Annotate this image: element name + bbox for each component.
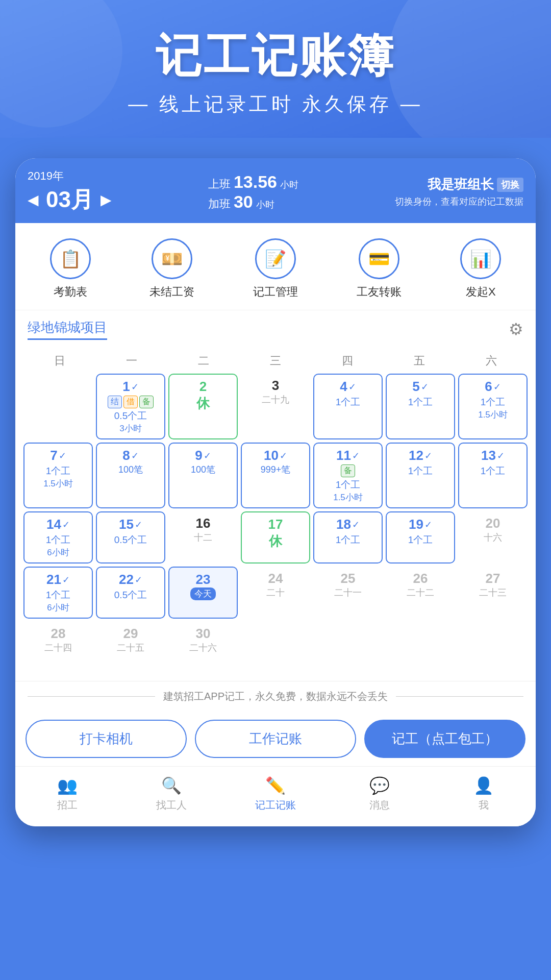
table-row — [23, 374, 93, 439]
table-row[interactable]: 20 十六 — [458, 511, 528, 564]
project-name[interactable]: 绿地锦城项目 — [28, 318, 107, 340]
empty-cell — [386, 622, 455, 673]
work-account-button[interactable]: 工作记账 — [195, 720, 356, 758]
prev-month-button[interactable]: ◀ — [28, 191, 39, 208]
table-row[interactable]: 3 二十九 — [241, 374, 310, 439]
identity-sub: 切换身份，查看对应的记工数据 — [395, 195, 523, 208]
manage-label: 记工管理 — [253, 284, 298, 300]
table-row[interactable]: 6 ✓ 1个工 1.5小时 — [458, 374, 528, 439]
project-bar: 绿地锦城项目 ⚙ — [15, 310, 536, 348]
func-attendance[interactable]: 📋 考勤表 — [50, 238, 91, 300]
work-label: 上班 — [208, 177, 231, 192]
table-row[interactable]: 17 休 — [241, 511, 310, 564]
table-row: 24 二十 — [241, 567, 310, 619]
calendar: 日 一 二 三 四 五 六 1 ✓ 结 借 备 0.5个工 — [15, 348, 536, 681]
table-row[interactable]: 18 ✓ 1个工 — [313, 511, 383, 564]
weekday-tue: 二 — [167, 353, 239, 369]
launch-icon: 📊 — [460, 238, 501, 279]
func-launch[interactable]: 📊 发起X — [460, 238, 501, 300]
table-row[interactable]: 8 ✓ 100笔 — [96, 443, 165, 508]
weekday-wed: 三 — [239, 353, 311, 369]
weekday-thu: 四 — [312, 353, 384, 369]
app-header: 2019年 ◀ 03月 ▶ 上班 13.56 小时 加班 30 小时 — [15, 158, 536, 223]
weekday-mon: 一 — [95, 353, 167, 369]
month-label: 03月 — [46, 185, 93, 215]
settings-icon[interactable]: ⚙ — [509, 320, 523, 339]
table-row[interactable]: 15 ✓ 0.5个工 — [96, 511, 165, 564]
unpaid-icon: 💴 — [152, 238, 192, 279]
identity-area: 我是班组长 切换 切换身份，查看对应的记工数据 — [395, 176, 523, 208]
empty-cell — [241, 622, 310, 673]
table-row[interactable]: 16 十二 — [168, 511, 238, 564]
table-row[interactable]: 28 二十四 — [23, 622, 93, 673]
transfer-icon: 💳 — [359, 238, 399, 279]
table-row[interactable]: 14 ✓ 1个工 6小时 — [23, 511, 93, 564]
weekday-fri: 五 — [384, 353, 456, 369]
profile-icon: 👤 — [473, 776, 494, 795]
message-icon: 💬 — [369, 776, 390, 795]
func-transfer[interactable]: 💳 工友转账 — [357, 238, 402, 300]
weekday-sun: 日 — [23, 353, 95, 369]
year-label: 2019年 — [28, 168, 112, 184]
record-icon: ✏️ — [265, 776, 286, 795]
empty-cell — [313, 622, 383, 673]
ad-text: 建筑招工APP记工，永久免费，数据永远不会丢失 — [163, 690, 388, 703]
unpaid-label: 未结工资 — [149, 284, 194, 300]
bottom-navigation: 👥 招工 🔍 找工人 ✏️ 记工记账 💬 消息 👤 我 — [15, 766, 536, 826]
nav-recruit[interactable]: 👥 招工 — [15, 772, 119, 816]
hero-section: 记工记账簿 — 线上记录工时 永久保存 — — [0, 0, 551, 138]
record-work-button[interactable]: 记工（点工包工） — [364, 720, 525, 758]
table-row[interactable]: 30 二十六 — [168, 622, 238, 673]
table-row[interactable]: 23 今天 — [168, 567, 238, 619]
table-row[interactable]: 7 ✓ 1个工 1.5小时 — [23, 443, 93, 508]
overtime-unit: 小时 — [256, 199, 274, 211]
calendar-grid: 1 ✓ 结 借 备 0.5个工 3小时 2 休 3 二十九 — [23, 374, 528, 673]
attendance-icon: 📋 — [50, 238, 91, 279]
work-hours: 13.56 — [234, 172, 277, 192]
recruit-label: 招工 — [57, 798, 78, 812]
overtime-label: 加班 — [208, 197, 231, 212]
table-row[interactable]: 13 ✓ 1个工 — [458, 443, 528, 508]
func-unpaid[interactable]: 💴 未结工资 — [149, 238, 194, 300]
month-nav: 2019年 ◀ 03月 ▶ — [28, 168, 112, 215]
identity-name: 我是班组长 — [428, 176, 494, 193]
record-label: 记工记账 — [255, 798, 296, 812]
work-unit: 小时 — [280, 179, 298, 191]
nav-profile[interactable]: 👤 我 — [432, 772, 536, 816]
table-row[interactable]: 29 二十五 — [96, 622, 165, 673]
table-row[interactable]: 2 休 — [168, 374, 238, 439]
overtime-hours: 30 — [234, 192, 253, 212]
ad-banner: 建筑招工APP记工，永久免费，数据永远不会丢失 — [15, 681, 536, 712]
find-worker-icon: 🔍 — [161, 776, 182, 795]
table-row[interactable]: 11 ✓ 备 1个工 1.5小时 — [313, 443, 383, 508]
clock-photo-button[interactable]: 打卡相机 — [26, 720, 187, 758]
launch-label: 发起X — [466, 284, 496, 300]
work-info: 上班 13.56 小时 加班 30 小时 — [208, 172, 298, 212]
calendar-header: 日 一 二 三 四 五 六 — [23, 348, 528, 374]
nav-find-worker[interactable]: 🔍 找工人 — [119, 772, 223, 816]
switch-identity-button[interactable]: 切换 — [497, 178, 523, 192]
table-row[interactable]: 12 ✓ 1个工 — [386, 443, 455, 508]
hero-subtitle: — 线上记录工时 永久保存 — — [20, 91, 531, 117]
table-row: 27 二十三 — [458, 567, 528, 619]
hero-title: 记工记账簿 — [20, 31, 531, 81]
weekday-sat: 六 — [456, 353, 528, 369]
table-row[interactable]: 5 ✓ 1个工 — [386, 374, 455, 439]
table-row[interactable]: 9 ✓ 100笔 — [168, 443, 238, 508]
table-row[interactable]: 22 ✓ 0.5个工 — [96, 567, 165, 619]
func-manage[interactable]: 📝 记工管理 — [253, 238, 298, 300]
action-buttons: 打卡相机 工作记账 记工（点工包工） — [15, 712, 536, 766]
profile-label: 我 — [479, 798, 489, 812]
table-row[interactable]: 1 ✓ 结 借 备 0.5个工 3小时 — [96, 374, 165, 439]
table-row[interactable]: 19 ✓ 1个工 — [386, 511, 455, 564]
nav-message[interactable]: 💬 消息 — [328, 772, 432, 816]
table-row[interactable]: 21 ✓ 1个工 6小时 — [23, 567, 93, 619]
attendance-label: 考勤表 — [54, 284, 87, 300]
nav-record[interactable]: ✏️ 记工记账 — [223, 772, 328, 816]
table-row[interactable]: 10 ✓ 999+笔 — [241, 443, 310, 508]
transfer-label: 工友转账 — [357, 284, 402, 300]
function-row: 📋 考勤表 💴 未结工资 📝 记工管理 💳 工友转账 📊 发起X — [15, 223, 536, 310]
table-row: 26 二十二 — [386, 567, 455, 619]
table-row[interactable]: 4 ✓ 1个工 — [313, 374, 383, 439]
next-month-button[interactable]: ▶ — [101, 191, 112, 208]
